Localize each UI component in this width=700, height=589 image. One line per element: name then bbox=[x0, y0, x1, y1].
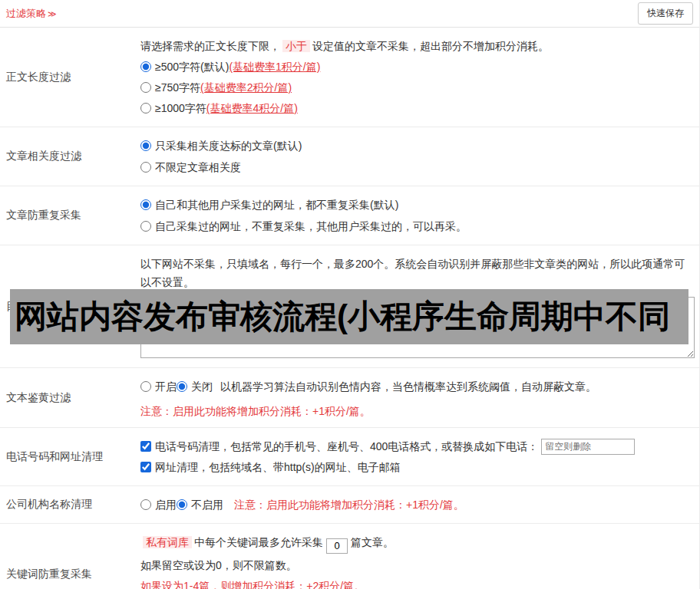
row-label: 文章防重复采集 bbox=[0, 186, 134, 245]
dedup-global-radio[interactable] bbox=[140, 199, 151, 210]
page-title-text: 过滤策略 bbox=[6, 8, 46, 19]
private-lexicon-tag: 私有词库 bbox=[143, 536, 192, 548]
row-content: 电话号码清理，包括常见的手机号、座机号、400电话格式，或替换成如下电话： 网址… bbox=[134, 428, 699, 485]
row-content: 私有词库中每个关键词最多允许采集篇文章。 如果留空或设为0，则不限篇数。 如果设… bbox=[134, 524, 699, 589]
overlay-banner-title: 网站内容发布审核流程(小程序生命周期中不同 bbox=[15, 301, 670, 333]
row-target-site-filter: 目标网站过滤 以下网站不采集，只填域名，每行一个，最多200个。系统会自动识别并… bbox=[0, 245, 699, 368]
less-than-tag: 小于 bbox=[282, 40, 310, 52]
row-content: 自己和其他用户采集过的网址，都不重复采集(默认) 自己采集过的网址，不重复采集，… bbox=[134, 186, 699, 245]
row-porn-filter: 文本鉴黄过滤 开启 关闭 以机器学习算法自动识别色情内容，当色情概率达到系统阈值… bbox=[0, 368, 699, 428]
row-content: 只采集相关度达标的文章(默认) 不限定文章相关度 bbox=[134, 127, 699, 186]
row-content: 请选择需求的正文长度下限，小于设定值的文章不采集，超出部分不增加积分消耗。 ≥5… bbox=[134, 28, 699, 127]
relevance-any-label: 不限定文章相关度 bbox=[155, 157, 241, 177]
company-cleanup-off-radio[interactable] bbox=[177, 499, 187, 510]
relevance-option-any[interactable]: 不限定文章相关度 bbox=[140, 157, 693, 177]
row-label: 电话号码和网址清理 bbox=[0, 428, 134, 485]
company-cleanup-options: 启用 不启用 注意：启用此功能将增加积分消耗：+1积分/篇。 bbox=[140, 495, 693, 514]
row-dedup-collection: 文章防重复采集 自己和其他用户采集过的网址，都不重复采集(默认) 自己采集过的网… bbox=[0, 186, 699, 245]
length-500-label: ≥500字符(默认) bbox=[155, 58, 229, 76]
keyword-zero-note: 如果留空或设为0，则不限篇数。 bbox=[140, 556, 693, 574]
porn-on-radio[interactable] bbox=[140, 381, 151, 392]
row-label: 文章相关度过滤 bbox=[0, 127, 134, 186]
intro-text-post: 设定值的文章不采集，超出部分不增加积分消耗。 bbox=[312, 40, 549, 52]
keyword-limit-line: 私有词库中每个关键词最多允许采集篇文章。 bbox=[140, 533, 693, 554]
porn-off-label: 关闭 bbox=[191, 377, 213, 396]
relevance-option-strict[interactable]: 只采集相关度达标的文章(默认) bbox=[140, 136, 693, 156]
url-cleanup-option[interactable]: 网址清理，包括纯域名、带http(s)的网址、电子邮箱 bbox=[140, 458, 693, 476]
row-body-length-filter: 正文长度过滤 请选择需求的正文长度下限，小于设定值的文章不采集，超出部分不增加积… bbox=[0, 28, 699, 127]
dedup-global-label: 自己和其他用户采集过的网址，都不重复采集(默认) bbox=[155, 195, 398, 215]
intro-text-pre: 请选择需求的正文长度下限， bbox=[140, 40, 280, 52]
keyword-limit-text: 中每个关键词最多允许采集 bbox=[194, 536, 323, 548]
row-company-name-cleanup: 公司机构名称清理 启用 不启用 注意：启用此功能将增加积分消耗：+1积分/篇。 bbox=[0, 486, 699, 524]
length-1000-radio[interactable] bbox=[140, 103, 151, 114]
length-option-750[interactable]: ≥750字符 (基础费率2积分/篇) bbox=[140, 78, 693, 97]
relevance-strict-radio[interactable] bbox=[140, 140, 151, 151]
company-cleanup-note: 注意：启用此功能将增加积分消耗：+1积分/篇。 bbox=[234, 495, 464, 514]
filter-settings-page: 过滤策略≫ 快速保存 正文长度过滤 请选择需求的正文长度下限，小于设定值的文章不… bbox=[0, 0, 700, 589]
phone-cleanup-checkbox[interactable] bbox=[140, 441, 151, 452]
length-750-radio[interactable] bbox=[140, 82, 151, 93]
row-keyword-dedup: 关键词防重复采集 私有词库中每个关键词最多允许采集篇文章。 如果留空或设为0，则… bbox=[0, 524, 699, 589]
row-label: 关键词防重复采集 bbox=[0, 524, 134, 589]
porn-on-label: 开启 bbox=[155, 377, 177, 396]
row-relevance-filter: 文章相关度过滤 只采集相关度达标的文章(默认) 不限定文章相关度 bbox=[0, 127, 699, 186]
row-label: 正文长度过滤 bbox=[0, 28, 134, 127]
dedup-self-label: 自己采集过的网址，不重复采集，其他用户采集过的，可以再采。 bbox=[155, 216, 467, 236]
length-1000-fee: (基础费率4积分/篇) bbox=[206, 99, 298, 117]
phone-cleanup-label: 电话号码清理，包括常见的手机号、座机号、400电话格式，或替换成如下电话： bbox=[155, 437, 538, 456]
target-site-intro: 以下网站不采集，只填域名，每行一个，最多200个。系统会自动识别并屏蔽那些非文章… bbox=[140, 255, 695, 291]
length-750-fee: (基础费率2积分/篇) bbox=[200, 78, 292, 97]
replacement-phone-input[interactable] bbox=[541, 439, 635, 455]
row-phone-url-cleanup: 电话号码和网址清理 电话号码清理，包括常见的手机号、座机号、400电话格式，或替… bbox=[0, 428, 699, 486]
header-bar: 过滤策略≫ 快速保存 bbox=[0, 0, 699, 28]
dedup-self-radio[interactable] bbox=[140, 221, 151, 232]
body-length-intro: 请选择需求的正文长度下限，小于设定值的文章不采集，超出部分不增加积分消耗。 bbox=[140, 37, 693, 55]
length-500-fee: (基础费率1积分/篇) bbox=[229, 58, 320, 76]
keyword-fee-note: 如果设为1-4篇，则增加积分消耗：+2积分/篇。 bbox=[140, 577, 693, 589]
length-1000-label: ≥1000字符 bbox=[155, 99, 206, 117]
phone-cleanup-option[interactable]: 电话号码清理，包括常见的手机号、座机号、400电话格式，或替换成如下电话： bbox=[140, 437, 693, 456]
chevron-double-icon[interactable]: ≫ bbox=[48, 9, 57, 18]
keyword-limit-input[interactable] bbox=[326, 538, 348, 554]
row-content: 启用 不启用 注意：启用此功能将增加积分消耗：+1积分/篇。 bbox=[134, 486, 699, 523]
keyword-limit-suffix: 篇文章。 bbox=[351, 536, 394, 548]
porn-filter-desc: 以机器学习算法自动识别色情内容，当色情概率达到系统阈值，自动屏蔽文章。 bbox=[220, 377, 596, 396]
porn-filter-note: 注意：启用此功能将增加积分消耗：+1积分/篇。 bbox=[140, 402, 693, 420]
row-label: 公司机构名称清理 bbox=[0, 486, 134, 523]
row-label: 文本鉴黄过滤 bbox=[0, 368, 134, 427]
overlay-banner: 网站内容发布审核流程(小程序生命周期中不同 bbox=[10, 289, 688, 344]
quick-save-button[interactable]: 快速保存 bbox=[638, 2, 693, 25]
length-750-label: ≥750字符 bbox=[155, 78, 200, 97]
porn-off-radio[interactable] bbox=[177, 381, 187, 392]
company-cleanup-on-radio[interactable] bbox=[140, 499, 151, 510]
porn-filter-options: 开启 关闭 以机器学习算法自动识别色情内容，当色情概率达到系统阈值，自动屏蔽文章… bbox=[140, 377, 693, 396]
length-option-1000[interactable]: ≥1000字符 (基础费率4积分/篇) bbox=[140, 99, 693, 117]
company-cleanup-off-label: 不启用 bbox=[191, 495, 223, 514]
relevance-strict-label: 只采集相关度达标的文章(默认) bbox=[155, 136, 302, 156]
relevance-any-radio[interactable] bbox=[140, 162, 151, 173]
row-content: 开启 关闭 以机器学习算法自动识别色情内容，当色情概率达到系统阈值，自动屏蔽文章… bbox=[134, 368, 699, 427]
length-500-radio[interactable] bbox=[140, 61, 151, 72]
dedup-option-self[interactable]: 自己采集过的网址，不重复采集，其他用户采集过的，可以再采。 bbox=[140, 216, 693, 236]
dedup-option-global[interactable]: 自己和其他用户采集过的网址，都不重复采集(默认) bbox=[140, 195, 693, 215]
url-cleanup-label: 网址清理，包括纯域名、带http(s)的网址、电子邮箱 bbox=[155, 458, 401, 476]
url-cleanup-checkbox[interactable] bbox=[140, 462, 151, 472]
page-title: 过滤策略≫ bbox=[6, 7, 57, 21]
company-cleanup-on-label: 启用 bbox=[155, 495, 177, 514]
length-option-500[interactable]: ≥500字符(默认) (基础费率1积分/篇) bbox=[140, 58, 693, 76]
